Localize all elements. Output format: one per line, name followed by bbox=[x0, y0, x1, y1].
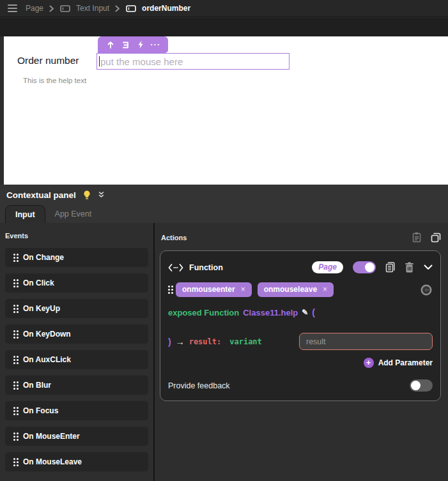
drag-handle-icon[interactable] bbox=[13, 381, 15, 383]
collapse-card-icon[interactable] bbox=[424, 264, 433, 270]
function-signature: exposed Function Classe11.help ✎ ( bbox=[168, 307, 433, 317]
page-canvas: ··· Order number This is the help text bbox=[4, 36, 448, 185]
paste-icon[interactable] bbox=[412, 232, 422, 243]
event-item-on-change[interactable]: On Change bbox=[5, 248, 148, 267]
event-item-label: On Focus bbox=[23, 406, 58, 415]
actions-title: Actions bbox=[161, 234, 187, 241]
event-item-on-mouseleave[interactable]: On MouseLeave bbox=[5, 452, 148, 471]
event-item-on-focus[interactable]: On Focus bbox=[5, 401, 148, 420]
chevron-right-icon bbox=[49, 5, 54, 12]
panel-tabs: Input App Event bbox=[0, 205, 448, 223]
add-parameter-button[interactable]: Add Parameter bbox=[378, 358, 433, 367]
result-type: variant bbox=[229, 337, 262, 346]
plus-icon[interactable]: + bbox=[364, 358, 374, 368]
result-row: ) → result: variant bbox=[168, 333, 433, 350]
drag-handle-icon[interactable] bbox=[13, 458, 15, 460]
event-item-on-blur[interactable]: On Blur bbox=[5, 376, 148, 395]
order-number-input[interactable] bbox=[97, 53, 290, 70]
events-panel: Events On Change On Click On KeyUp On Ke… bbox=[0, 223, 153, 481]
function-title: Function bbox=[189, 263, 223, 272]
remove-tag-icon[interactable]: × bbox=[323, 286, 327, 293]
chevron-right-icon bbox=[115, 5, 120, 12]
function-card-header: Function Page bbox=[168, 261, 433, 273]
help-text: This is the help text bbox=[23, 77, 86, 84]
text-input-icon bbox=[60, 5, 70, 12]
more-options-icon[interactable]: ··· bbox=[149, 38, 162, 51]
drag-handle-icon[interactable] bbox=[13, 432, 15, 434]
actions-panel: Actions Function bbox=[155, 223, 448, 481]
feedback-row: Provide feedback bbox=[168, 379, 433, 392]
arrow-right-icon: → bbox=[176, 337, 185, 347]
event-item-label: On KeyDown bbox=[23, 330, 71, 339]
event-item-label: On Change bbox=[23, 253, 64, 262]
trigger-tags-row: onmouseenter × onmouseleave × bbox=[168, 282, 433, 297]
event-item-on-auxclick[interactable]: On AuxCLick bbox=[5, 350, 148, 369]
drag-handle-icon[interactable] bbox=[168, 286, 170, 287]
event-item-on-keyup[interactable]: On KeyUp bbox=[5, 299, 148, 318]
add-parameter-row: + Add Parameter bbox=[168, 358, 433, 368]
collapse-panel-icon[interactable] bbox=[98, 191, 105, 199]
tab-app-event[interactable]: App Event bbox=[45, 205, 102, 223]
tag-label: onmouseenter bbox=[182, 285, 235, 294]
drag-handle-icon[interactable] bbox=[13, 305, 15, 307]
tag-label: onmouseleave bbox=[264, 285, 317, 294]
menu-icon[interactable] bbox=[8, 4, 17, 12]
copy-action-icon[interactable] bbox=[385, 262, 395, 273]
function-name: Classe11.help bbox=[243, 308, 298, 317]
feedback-label: Provide feedback bbox=[168, 381, 230, 390]
breadcrumb-page[interactable]: Page bbox=[26, 4, 43, 13]
event-item-label: On MouseEnter bbox=[23, 432, 80, 441]
open-paren: ( bbox=[312, 307, 315, 317]
drag-handle-icon[interactable] bbox=[13, 254, 15, 256]
copy-all-icon[interactable] bbox=[431, 233, 441, 243]
panel-body: Events On Change On Click On KeyUp On Ke… bbox=[0, 223, 448, 481]
reset-icon[interactable] bbox=[420, 284, 433, 296]
event-item-label: On Blur bbox=[23, 381, 51, 390]
scope-badge[interactable]: Page bbox=[312, 261, 343, 273]
canvas-backdrop bbox=[0, 18, 448, 36]
select-parent-icon[interactable] bbox=[104, 38, 117, 51]
function-icon bbox=[168, 264, 183, 271]
events-title: Events bbox=[5, 232, 148, 240]
contextual-panel: Contextual panel Input App Event Events … bbox=[0, 185, 448, 481]
tag-onmouseenter[interactable]: onmouseenter × bbox=[176, 282, 252, 297]
panel-title: Contextual panel bbox=[6, 190, 76, 200]
breadcrumb-text-input[interactable]: Text Input bbox=[76, 4, 109, 13]
lightning-icon[interactable] bbox=[134, 38, 147, 51]
event-item-label: On AuxCLick bbox=[23, 355, 71, 364]
edit-function-icon[interactable]: ✎ bbox=[302, 308, 308, 317]
contextual-panel-header: Contextual panel bbox=[0, 185, 448, 205]
function-card: Function Page bbox=[160, 250, 441, 401]
drag-handle-icon[interactable] bbox=[13, 407, 15, 409]
delete-action-icon[interactable] bbox=[405, 262, 414, 273]
event-item-label: On MouseLeave bbox=[23, 457, 82, 466]
event-item-label: On KeyUp bbox=[23, 304, 60, 313]
event-item-label: On Click bbox=[23, 279, 54, 287]
tab-input[interactable]: Input bbox=[5, 205, 45, 223]
tag-onmouseleave[interactable]: onmouseleave × bbox=[258, 282, 334, 297]
order-number-label: Order number bbox=[17, 55, 79, 66]
breadcrumb-bar: Page Text Input orderNumber bbox=[0, 0, 448, 17]
feedback-toggle[interactable] bbox=[410, 379, 433, 392]
drag-handle-icon[interactable] bbox=[13, 330, 15, 332]
event-item-on-keydown[interactable]: On KeyDown bbox=[5, 324, 148, 344]
lines-bracket-icon[interactable] bbox=[119, 38, 132, 51]
text-input-icon bbox=[126, 5, 136, 12]
lightbulb-icon[interactable] bbox=[83, 190, 91, 200]
event-item-on-click[interactable]: On Click bbox=[5, 273, 148, 293]
element-toolbar[interactable]: ··· bbox=[98, 36, 168, 53]
signature-keyword: exposed Function bbox=[168, 308, 239, 317]
order-number-field bbox=[97, 53, 290, 70]
remove-tag-icon[interactable]: × bbox=[241, 286, 245, 293]
function-enabled-toggle[interactable] bbox=[353, 261, 376, 273]
result-value-input[interactable] bbox=[299, 333, 433, 350]
breadcrumb-order-number[interactable]: orderNumber bbox=[142, 4, 190, 13]
close-paren: ) bbox=[168, 337, 171, 347]
drag-handle-icon[interactable] bbox=[13, 356, 15, 358]
text-caret bbox=[99, 56, 100, 66]
drag-handle-icon[interactable] bbox=[13, 279, 15, 281]
result-label: result: bbox=[189, 337, 222, 346]
actions-header: Actions bbox=[160, 232, 441, 243]
event-item-on-mouseenter[interactable]: On MouseEnter bbox=[5, 427, 148, 446]
